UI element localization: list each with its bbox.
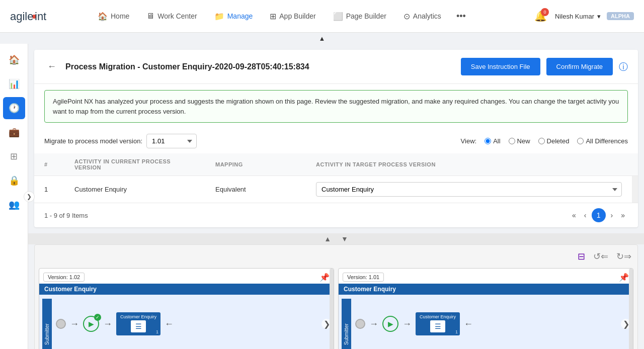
diag-right-scrollbar[interactable]: [629, 269, 633, 349]
chart-icon: ⊙: [404, 12, 410, 21]
nav-appbuilder-label: App Builder: [279, 12, 315, 20]
view-all-radio[interactable]: [485, 138, 491, 144]
table-body: 1 Customer Enquiry Equivalent Customer E…: [34, 176, 638, 203]
view-new-option[interactable]: New: [509, 137, 530, 145]
view-all-option[interactable]: All: [485, 137, 500, 145]
nav-workcenter[interactable]: 🖥 Work Center: [139, 8, 204, 25]
version-select[interactable]: 1.01: [146, 134, 197, 148]
view-new-label: New: [517, 137, 530, 145]
nav-appbuilder[interactable]: ⊞ App Builder: [263, 8, 323, 25]
collapse-banner[interactable]: ▲: [0, 33, 644, 44]
page-header: ← Process Migration - Customer Enquiry-2…: [34, 50, 638, 84]
view-deleted-label: Deleted: [547, 137, 570, 145]
diag-right-task-num: 1: [455, 329, 458, 334]
section-divider: ▲ ▼: [28, 233, 644, 244]
sidebar-item-apps[interactable]: ⊞: [3, 145, 25, 167]
diag-left-version-label: Version:: [48, 274, 68, 280]
cell-mapping: Equivalent: [205, 176, 306, 203]
col-mapping: MAPPING: [205, 153, 306, 176]
sidebar-item-users[interactable]: 👥: [3, 194, 25, 216]
cell-number: 1: [34, 176, 64, 203]
info-button[interactable]: ⓘ: [619, 61, 628, 73]
divider-down-icon[interactable]: ▼: [341, 235, 348, 243]
target-select[interactable]: Customer Enquiry: [316, 182, 622, 197]
view-deleted-option[interactable]: Deleted: [538, 137, 570, 145]
nav-home[interactable]: 🏠 Home: [91, 8, 136, 25]
diag-sync-left-button[interactable]: ↺⇐: [591, 249, 610, 264]
view-alldiff-option[interactable]: All Differences: [577, 137, 628, 145]
diag-right-start-node: [355, 319, 365, 329]
nav-analytics[interactable]: ⊙ Analytics: [396, 8, 448, 25]
view-alldiff-radio[interactable]: [577, 138, 584, 144]
scrollbar-header: [632, 153, 638, 176]
nav-manage-label: Manage: [227, 12, 253, 20]
diag-right-lane-label: Submitter: [344, 323, 349, 345]
svg-text:agile: agile: [10, 10, 33, 23]
diag-right-version-label: Version:: [347, 274, 367, 280]
page-card: ← Process Migration - Customer Enquiry-2…: [34, 50, 638, 227]
diag-left-task-num: 1: [156, 329, 158, 334]
view-deleted-radio[interactable]: [538, 138, 545, 144]
save-instruction-button[interactable]: Save Instruction File: [461, 58, 540, 75]
diagrams-row: Version: 1.02 📌 Customer Enquiry Submitt…: [39, 268, 633, 349]
diag-left-process-name: Customer Enquiry: [44, 286, 97, 293]
diag-left-task-label: Customer Enquiry: [120, 314, 156, 319]
diag-left-scrollbar[interactable]: [330, 269, 334, 349]
col-number: #: [34, 153, 64, 176]
migrate-label: Migrate to process model version:: [44, 137, 142, 145]
divider-up-icon[interactable]: ▲: [324, 235, 331, 243]
diagram-section: ⊟ ↺⇐ ↻⇒ Version: 1.02 📌 Customer Enquiry: [34, 244, 638, 349]
diag-left-version: Version: 1.02: [43, 273, 85, 282]
sidebar-item-home[interactable]: 🏠: [3, 49, 25, 71]
sidebar-item-work[interactable]: 💼: [3, 121, 25, 143]
diagram-right-pane: Version: 1.01 📌 Customer Enquiry Submitt…: [338, 268, 633, 349]
diag-left-lane-label: Submitter: [44, 323, 50, 345]
nav-pagebuilder[interactable]: ⬜ Page Builder: [326, 8, 393, 25]
diag-right-process-name: Customer Enquiry: [344, 286, 396, 293]
confirm-migrate-button[interactable]: Confirm Migrate: [546, 58, 613, 75]
diag-left-pin-icon[interactable]: 📌: [319, 273, 330, 282]
user-arrow-icon: ▾: [597, 13, 601, 20]
nav-pagebuilder-label: Page Builder: [346, 12, 386, 20]
sidebar: 🏠 📊 🕐 💼 ⊞ 🔒 👥 ❯: [0, 44, 28, 349]
sidebar-expand-button[interactable]: ❯: [24, 191, 35, 202]
pag-page-1-button[interactable]: 1: [592, 208, 606, 222]
sidebar-item-security[interactable]: 🔒: [3, 169, 25, 192]
table-header: # ACTIVITY IN CURRENT PROCESS VERSION MA…: [34, 153, 638, 176]
pagination-row: 1 - 9 of 9 Items « ‹ 1 › »: [34, 203, 638, 227]
sidebar-item-reports[interactable]: 📊: [3, 73, 25, 95]
migration-table: # ACTIVITY IN CURRENT PROCESS VERSION MA…: [34, 153, 638, 203]
nav-manage[interactable]: 📁 Manage: [207, 8, 260, 25]
pag-next-button[interactable]: ›: [608, 209, 616, 221]
col-activity-target: ACTIVITY IN TARGET PROCESS VERSION: [306, 153, 632, 176]
diag-left-play-node: ▶ ✓: [83, 316, 99, 332]
notification-button[interactable]: 🔔 0: [532, 8, 549, 24]
grid-icon: ⊞: [270, 12, 276, 21]
monitor-icon: 🖥: [146, 12, 154, 21]
nav-home-label: Home: [111, 12, 129, 20]
view-new-radio[interactable]: [509, 138, 515, 144]
diag-right-version-number: 1.01: [369, 274, 379, 280]
sidebar-item-tasks[interactable]: 🕐: [3, 97, 25, 119]
pag-last-button[interactable]: »: [618, 209, 628, 221]
folder-icon: 📁: [214, 12, 224, 21]
user-menu-button[interactable]: Nilesh Kumar ▾: [555, 13, 601, 20]
diag-right-version: Version: 1.01: [343, 273, 384, 282]
diag-right-task-node: Customer Enquiry ☰ 1: [416, 312, 460, 335]
svg-text:int: int: [35, 10, 46, 23]
app-logo: agile int: [10, 7, 75, 26]
nav-links: 🏠 Home 🖥 Work Center 📁 Manage ⊞ App Buil…: [91, 7, 532, 26]
diag-left-lane: Submitter: [42, 299, 52, 349]
diag-right-pin-icon[interactable]: 📌: [619, 273, 629, 282]
pag-prev-button[interactable]: ‹: [581, 209, 590, 221]
diag-grid-button[interactable]: ⊟: [576, 249, 587, 264]
diag-left-task-icon: ☰: [131, 320, 146, 332]
diag-left-start-node: [56, 319, 66, 329]
diag-left-arrow3: ←: [165, 319, 174, 329]
pag-first-button[interactable]: «: [569, 209, 579, 221]
diag-sync-right-button[interactable]: ↻⇒: [614, 249, 633, 264]
diagram-toolbar: ⊟ ↺⇐ ↻⇒: [39, 249, 633, 264]
back-button[interactable]: ←: [44, 60, 59, 73]
nav-more-button[interactable]: •••: [451, 7, 471, 26]
main-content: ← Process Migration - Customer Enquiry-2…: [28, 44, 644, 349]
